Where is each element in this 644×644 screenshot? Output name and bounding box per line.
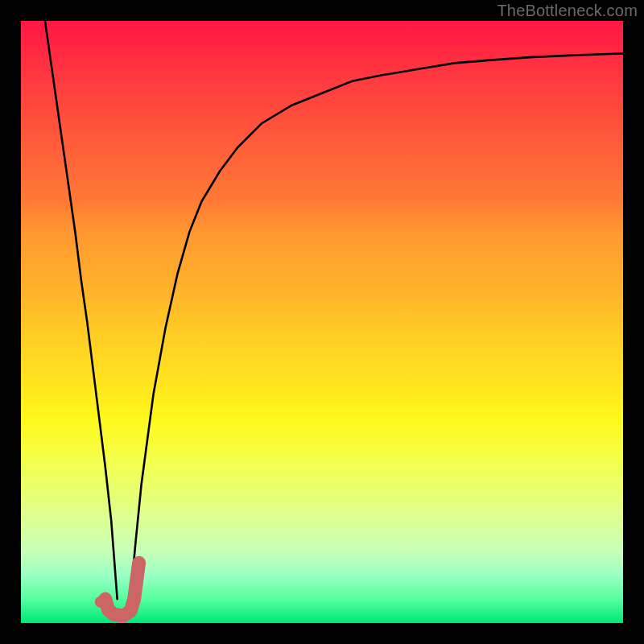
j-marker-stroke — [105, 563, 139, 616]
chart-frame: TheBottleneck.com — [0, 0, 644, 644]
watermark-text: TheBottleneck.com — [497, 2, 638, 20]
chart-plot-area — [21, 21, 623, 623]
left-curve — [45, 21, 118, 599]
j-marker-dot — [95, 597, 106, 608]
right-curve — [130, 53, 623, 611]
chart-svg — [21, 21, 623, 623]
